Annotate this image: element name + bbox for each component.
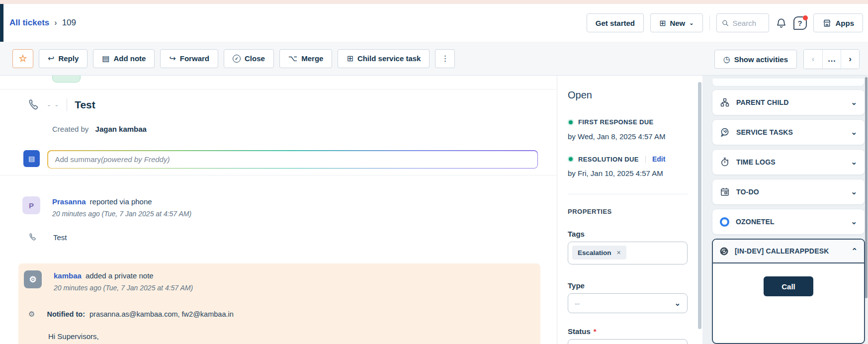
- circle-check-icon: ✓: [233, 55, 241, 63]
- conversation-reply-item: P Prasanna reported via phone 20 minutes…: [22, 196, 191, 218]
- chevron-down-icon: ⌄: [674, 299, 681, 308]
- summary-input-gradient-border: Add summary (powered by Freddy): [47, 150, 538, 169]
- ticket-detail-page: All tickets › 109 Get started ⊞ New ⌄ ?: [0, 0, 868, 344]
- type-field-label: Type: [568, 281, 585, 290]
- widget-parent-child[interactable]: PARENT CHILD ⌄: [712, 89, 865, 115]
- notifications-bell-button[interactable]: [776, 17, 787, 29]
- add-note-button[interactable]: ▤ Add note: [93, 49, 155, 68]
- note-notified-row: ⚙ Notified to: prasanna.as@kambaa.com, f…: [28, 310, 234, 319]
- resolution-due-label: RESOLUTION DUE: [578, 156, 639, 163]
- widget-time-logs[interactable]: TIME LOGS ⌄: [712, 149, 865, 175]
- section-divider: [0, 175, 557, 175]
- reply-meta: Prasanna reported via phone 20 minutes a…: [52, 196, 191, 218]
- chevron-down-icon: ⌄: [851, 158, 857, 167]
- widget-to-do[interactable]: TO-DO ⌄: [712, 179, 865, 205]
- get-started-button[interactable]: Get started: [587, 13, 644, 32]
- widget-label: [IN-DEV] CALLERAPPDESK: [735, 247, 829, 255]
- help-button[interactable]: ?: [793, 16, 807, 30]
- add-summary-input[interactable]: Add summary (powered by Freddy): [48, 151, 537, 168]
- call-button[interactable]: Call: [764, 276, 813, 296]
- note-body-text: Hi Supervisors,: [48, 332, 99, 341]
- search-box[interactable]: [716, 13, 769, 32]
- reply-author-link[interactable]: Prasanna: [52, 197, 86, 206]
- widget-label: PARENT CHILD: [736, 98, 789, 106]
- phone-channel-icon: [27, 98, 40, 111]
- chevron-down-icon: ⌄: [851, 98, 857, 107]
- previous-ticket-button[interactable]: ‹: [804, 50, 822, 69]
- note-action-text: added a private note: [86, 271, 154, 280]
- new-button-label: New: [670, 19, 685, 27]
- more-vertical-icon: ⋮: [441, 54, 449, 63]
- edit-resolution-due-link[interactable]: Edit: [652, 155, 665, 163]
- freddy-summary-icon[interactable]: ▤: [23, 150, 40, 167]
- merge-button[interactable]: ⌥ Merge: [279, 49, 333, 68]
- properties-section-title: PROPERTIES: [568, 208, 612, 215]
- chevron-down-icon: ⌄: [689, 20, 694, 26]
- first-response-due-label: FIRST RESPONSE DUE: [578, 118, 654, 126]
- ticket-action-toolbar: ☆ ↩ Reply ▤ Add note ↪ Forward ✓ Close ⌥…: [0, 42, 868, 76]
- summary-placeholder-freddy: (powered by Freddy): [101, 155, 170, 164]
- boxed-plus-icon: ⊞: [659, 18, 666, 28]
- tag-chip-label: Escalation: [578, 249, 611, 257]
- ozonetel-icon: [720, 217, 729, 227]
- page-scrollbar[interactable]: [865, 77, 868, 298]
- clipped-widget-card: [712, 79, 865, 86]
- new-ticket-dropdown-button[interactable]: ⊞ New ⌄: [650, 13, 702, 32]
- favorite-star-button[interactable]: ☆: [12, 49, 33, 68]
- forward-button[interactable]: ↪ Forward: [160, 49, 218, 68]
- system-avatar: ⚙: [24, 270, 42, 288]
- chevron-down-icon: ⌄: [851, 128, 857, 137]
- status-select[interactable]: [568, 339, 688, 344]
- created-by-name[interactable]: Jagan kambaa: [95, 125, 147, 133]
- next-ticket-button[interactable]: ›: [841, 50, 859, 69]
- callerappdesk-body: Call: [713, 263, 864, 296]
- top-bar-actions: Get started ⊞ New ⌄ ? A: [587, 4, 863, 42]
- first-response-due-date: by Wed, Jan 8, 2025 4:57 AM: [568, 132, 666, 141]
- calendar-icon: [720, 187, 730, 197]
- callerappdesk-header[interactable]: [IN-DEV] CALLERAPPDESK ⌃: [713, 240, 864, 263]
- section-divider: [0, 89, 557, 89]
- reply-label: Reply: [58, 54, 79, 63]
- properties-scrollbar[interactable]: [698, 82, 701, 329]
- close-ticket-button[interactable]: ✓ Close: [224, 49, 274, 68]
- ticket-pagination-group: ‹ … ›: [803, 49, 860, 69]
- phone-channel-icon: [28, 233, 37, 242]
- green-status-dot: [568, 119, 574, 125]
- child-service-task-button[interactable]: ⊞ Child service task: [338, 49, 430, 68]
- widget-service-tasks[interactable]: SERVICE TASKS ⌄: [712, 119, 865, 145]
- reply-arrow-icon: ↩: [48, 54, 54, 63]
- gear-icon: ⚙: [28, 310, 35, 319]
- created-by-row: Created by Jagan kambaa: [52, 125, 147, 133]
- summary-doc-glyph: ▤: [28, 155, 35, 163]
- widget-ozonetel[interactable]: OZONETEL ⌄: [712, 209, 865, 235]
- widget-label: SERVICE TASKS: [736, 128, 793, 136]
- help-notification-dot: [803, 15, 808, 20]
- note-author-link[interactable]: kambaa: [54, 271, 82, 280]
- left-nav-edge: [0, 4, 3, 42]
- more-actions-button[interactable]: ⋮: [435, 49, 455, 68]
- show-activities-button[interactable]: ◷ Show activities: [714, 50, 797, 69]
- required-asterisk: *: [594, 327, 597, 336]
- clock-icon: ◷: [723, 55, 730, 64]
- hierarchy-icon: [720, 97, 730, 107]
- apps-button[interactable]: Apps: [813, 13, 864, 32]
- ticket-title: Test: [75, 99, 95, 111]
- note-meta: kambaa added a private note 20 minutes a…: [54, 270, 193, 292]
- tags-input[interactable]: Escalation ×: [568, 242, 688, 264]
- header-divider: [709, 15, 710, 30]
- reply-body-text: Test: [53, 233, 67, 242]
- widget-label: TIME LOGS: [736, 158, 776, 166]
- search-input[interactable]: [733, 19, 764, 27]
- status-field-label-row: Status *: [568, 327, 597, 336]
- note-timestamp: 20 minutes ago (Tue, 7 Jan 2025 at 4:57 …: [54, 284, 193, 292]
- remove-tag-icon[interactable]: ×: [617, 249, 621, 257]
- conversation-pane: - - Test Created by Jagan kambaa ▤ Add s…: [0, 76, 557, 344]
- ticket-list-ellipsis-button[interactable]: …: [822, 50, 841, 69]
- type-select[interactable]: -- ⌄: [568, 293, 688, 313]
- note-header: ⚙ kambaa added a private note 20 minutes…: [24, 270, 193, 292]
- reply-meta-line: Prasanna reported via phone: [52, 196, 191, 206]
- reply-button[interactable]: ↩ Reply: [39, 49, 87, 68]
- summary-placeholder-text: Add summary: [55, 155, 101, 164]
- breadcrumb-ticket-id: 109: [62, 18, 76, 28]
- breadcrumb-all-tickets-link[interactable]: All tickets: [9, 18, 49, 28]
